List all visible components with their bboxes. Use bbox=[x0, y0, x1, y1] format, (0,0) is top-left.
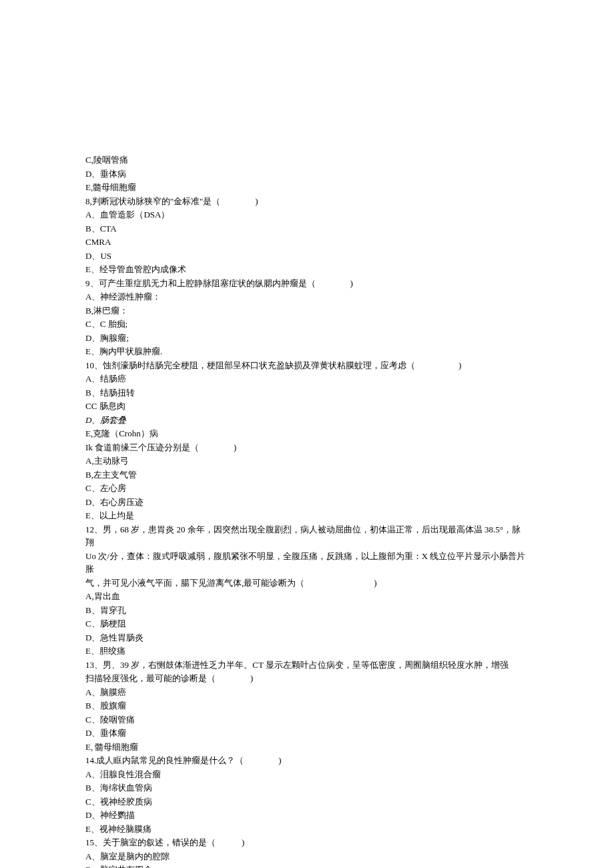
text-line-49: A、脑室是脑内的腔隙 bbox=[85, 850, 529, 863]
text-line-30: A,胃出血 bbox=[85, 590, 529, 603]
text-line-35: 13、男、39 岁，右恻鼓体渐进性乏力半年。CT 显示左颗叶占位病变，呈等低密度… bbox=[85, 659, 529, 672]
text-line-29: 气，并可见小液气平面，腸下见游离气体,最可能诊断为（ ) bbox=[85, 576, 529, 590]
text-line-3: 8,判断冠状动脉狭窄的"金标准"是（ ) bbox=[85, 195, 529, 208]
text-line-22: A,主动脉弓 bbox=[85, 454, 529, 468]
text-line-26: E、以上均是 bbox=[85, 509, 529, 522]
text-line-34: E、胆绞痛 bbox=[85, 644, 529, 658]
text-line-32: C、肠梗阻 bbox=[85, 617, 529, 630]
text-line-19: D、肠套叠 bbox=[85, 414, 529, 427]
text-line-40: D、垂体瘤 bbox=[85, 727, 529, 740]
text-line-21: Ik 食道前缘三个压迹分别是（ ) bbox=[85, 441, 529, 454]
text-line-42: 14.成人眶内鼠常见的良性肿瘤是什么？（ ) bbox=[85, 754, 529, 767]
text-line-27: 12、男，68 岁，患胃炎 20 余年，因突然出现全腹剧烈，病人被动屈曲位，初体… bbox=[85, 523, 529, 549]
text-line-15: 10、蚀剂濠肠时结肠完全梗阻，梗阻部呈杯口状充盈缺损及弹黄状粘膜蚊理，应考虑（ … bbox=[85, 359, 529, 372]
text-line-46: D、神经鹦描 bbox=[85, 809, 529, 822]
text-line-5: B、CTA bbox=[85, 222, 529, 236]
text-line-39: C、陵咽管痛 bbox=[85, 713, 529, 727]
text-line-18: CC 肠息肉 bbox=[85, 400, 529, 413]
text-line-0: C,陵咽管痛 bbox=[85, 153, 529, 167]
text-line-43: A、泪腺良性混合瘤 bbox=[85, 768, 529, 781]
text-line-20: E,克隆（Crohn）病 bbox=[85, 427, 529, 440]
text-line-11: B,淋巴瘤： bbox=[85, 304, 529, 318]
text-line-24: C、左心房 bbox=[85, 482, 529, 495]
text-line-48: 15、关于脑室的叙述，错误的是（ ) bbox=[85, 836, 529, 849]
text-line-1: D、垂体病 bbox=[85, 167, 529, 181]
text-line-38: B、股旗瘤 bbox=[85, 699, 529, 713]
text-line-6: CMRA bbox=[85, 236, 529, 249]
text-line-31: B、胃穿孔 bbox=[85, 604, 529, 617]
text-line-16: A、结肠癌 bbox=[85, 372, 529, 386]
text-line-50: B、脑室共有四个 bbox=[85, 863, 529, 868]
text-line-17: B、结肠扭转 bbox=[85, 386, 529, 400]
text-line-36: 扫描轻度强化，最可能的诊断是（ ) bbox=[85, 672, 529, 685]
text-line-2: E,髓母细胞瘤 bbox=[85, 181, 529, 194]
text-line-8: E、经导管血管腔内成像术 bbox=[85, 263, 529, 276]
text-line-23: B,左主支气管 bbox=[85, 468, 529, 482]
text-line-37: A、脑膜癌 bbox=[85, 686, 529, 699]
text-line-4: A、血管造影（DSA） bbox=[85, 208, 529, 222]
text-line-14: E、胸内甲状腺肿瘤. bbox=[85, 345, 529, 358]
text-line-12: C、C 胎痴; bbox=[85, 318, 529, 331]
text-line-10: A、神经源性肿瘤： bbox=[85, 290, 529, 304]
text-line-7: D、US bbox=[85, 250, 529, 263]
text-line-47: E、视神经脑膜痛 bbox=[85, 823, 529, 836]
text-line-13: D、胸腺瘤; bbox=[85, 332, 529, 345]
text-line-9: 9、可产生重症肌无力和上腔静脉阻塞症状的纵腮内肿瘤是（ ) bbox=[85, 277, 529, 290]
text-line-33: D、急性胃肠炎 bbox=[85, 631, 529, 644]
text-line-44: B、海绵状血管病 bbox=[85, 781, 529, 795]
text-line-28: Uo 次/分，查体：腹式呼吸减弱，腹肌紧张不明显，全腹压痛，反跳痛，以上腹部为重… bbox=[85, 550, 529, 576]
text-line-25: D、右心房压迹 bbox=[85, 496, 529, 509]
text-line-41: E, 髓母细胞瘤 bbox=[85, 741, 529, 754]
text-line-45: C、视神经胶质病 bbox=[85, 795, 529, 809]
